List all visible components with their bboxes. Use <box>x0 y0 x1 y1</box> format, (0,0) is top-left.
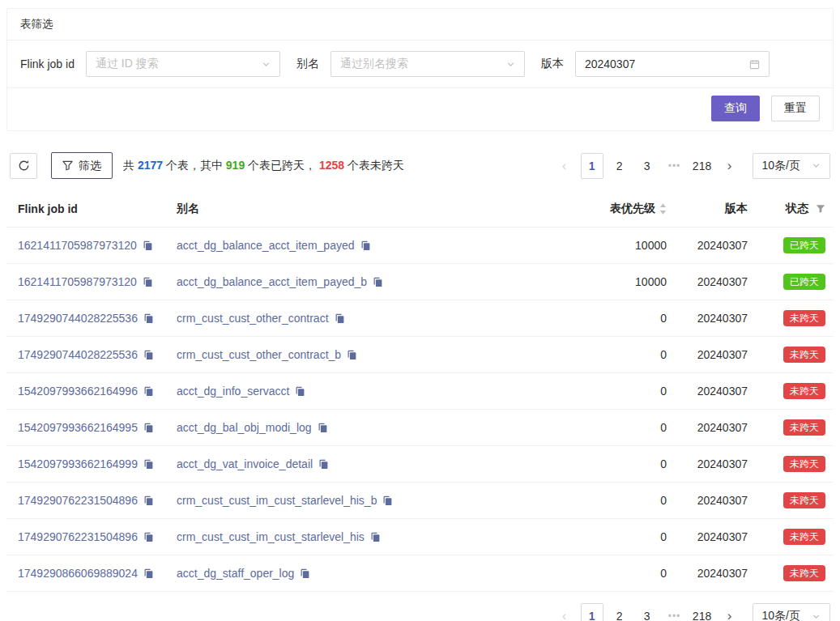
version-date-input[interactable]: 20240307 <box>575 51 770 77</box>
copy-icon[interactable] <box>360 240 371 251</box>
version-cell: 20240307 <box>697 421 748 434</box>
job-id-link[interactable]: 1749290762231504896 <box>18 494 138 507</box>
copy-icon[interactable] <box>382 496 393 506</box>
page-button-2[interactable]: 2 <box>608 153 631 179</box>
chevron-down-icon <box>506 60 515 69</box>
page-button-2[interactable]: 2 <box>608 603 631 621</box>
job-id-cell: 1749290744028225536 <box>18 348 177 361</box>
toolbar: 筛选 共 2177 个表，其中 919 个表已跨天， 1258 个表未跨天 ‹1… <box>6 152 834 179</box>
alias-link[interactable]: crm_cust_cust_im_cust_starlevel_his <box>177 530 365 543</box>
copy-icon[interactable] <box>143 240 153 251</box>
query-button[interactable]: 查询 <box>711 96 760 121</box>
alias-field-label: 别名 <box>296 57 319 71</box>
alias-link[interactable]: acct_dg_balance_acct_item_payed <box>177 239 355 252</box>
copy-icon[interactable] <box>143 459 154 470</box>
chevron-down-icon <box>812 161 821 170</box>
sort-icon[interactable] <box>659 203 667 215</box>
copy-icon[interactable] <box>300 568 310 579</box>
page-size-select[interactable]: 10条/页 <box>753 153 830 179</box>
pagination-ellipsis[interactable]: ••• <box>663 153 686 179</box>
alias-cell: crm_cust_cust_other_contract <box>177 312 560 325</box>
copy-icon[interactable] <box>143 496 154 506</box>
copy-icon[interactable] <box>370 532 381 542</box>
copy-icon[interactable] <box>295 386 305 397</box>
job-id-link[interactable]: 1542097993662164999 <box>18 457 138 470</box>
prev-page-button[interactable]: ‹ <box>553 153 576 179</box>
copy-icon[interactable] <box>143 386 154 397</box>
pagination-ellipsis[interactable]: ••• <box>663 603 686 621</box>
alias-link[interactable]: acct_dg_balance_acct_item_payed_b <box>177 275 367 288</box>
status-badge: 已跨天 <box>783 274 825 290</box>
table-row: 1542097993662164996 acct_dg_info_servacc… <box>6 373 834 410</box>
page-button-1[interactable]: 1 <box>581 603 603 621</box>
job-id-select[interactable]: 通过 ID 搜索 <box>86 51 280 77</box>
page-button-218[interactable]: 218 <box>691 603 714 621</box>
job-id-cell: 1621411705987973120 <box>18 275 177 288</box>
status-badge: 已跨天 <box>783 237 825 253</box>
next-page-button[interactable]: › <box>718 603 741 621</box>
reset-button[interactable]: 重置 <box>771 96 820 121</box>
field-alias: 别名 通过别名搜索 <box>296 51 525 77</box>
alias-link[interactable]: crm_cust_cust_other_contract_b <box>177 348 341 361</box>
alias-cell: acct_dg_balance_acct_item_payed <box>177 239 560 252</box>
alias-cell: crm_cust_cust_im_cust_starlevel_his_b <box>177 494 560 507</box>
pagination-bottom: ‹123•••218›10条/页 <box>548 603 830 621</box>
column-header-alias[interactable]: 别名 <box>177 202 560 216</box>
copy-icon[interactable] <box>143 532 154 542</box>
priority-cell: 0 <box>660 457 667 470</box>
alias-link[interactable]: acct_dg_info_servacct <box>177 385 289 398</box>
alias-link[interactable]: acct_dg_vat_invoice_detail <box>177 457 313 470</box>
page-button-1[interactable]: 1 <box>581 153 603 179</box>
job-id-link[interactable]: 1749290744028225536 <box>18 312 138 325</box>
copy-icon[interactable] <box>373 277 383 287</box>
page-size-select[interactable]: 10条/页 <box>753 603 830 621</box>
copy-icon[interactable] <box>143 277 153 287</box>
copy-icon[interactable] <box>335 313 345 324</box>
column-header-status[interactable]: 状态 <box>786 202 825 216</box>
status-cell: 未跨天 <box>783 347 825 363</box>
status-badge: 未跨天 <box>783 456 825 472</box>
calendar-icon <box>749 59 760 70</box>
job-id-link[interactable]: 1749290744028225536 <box>18 348 138 361</box>
job-id-cell: 1749290744028225536 <box>18 312 177 325</box>
copy-icon[interactable] <box>143 313 154 324</box>
summary-suffix: 个表未跨天 <box>344 159 404 172</box>
column-header-priority[interactable]: 表优先级 <box>610 202 667 216</box>
alias-cell: crm_cust_cust_other_contract_b <box>177 348 560 361</box>
column-filter-icon[interactable] <box>816 204 825 214</box>
status-cell: 未跨天 <box>783 383 825 399</box>
job-id-link[interactable]: 1749290762231504896 <box>18 530 138 543</box>
refresh-button[interactable] <box>10 153 37 179</box>
table-row: 1749290762231504896 crm_cust_cust_im_cus… <box>6 519 834 555</box>
table-row: 1542097993662164995 acct_dg_bal_obj_modi… <box>6 410 834 446</box>
table-row: 1749290744028225536 crm_cust_cust_other_… <box>6 300 834 337</box>
copy-icon[interactable] <box>318 459 329 470</box>
page-button-218[interactable]: 218 <box>691 153 714 179</box>
copy-icon[interactable] <box>143 568 154 579</box>
job-id-link[interactable]: 1749290866069889024 <box>18 567 138 580</box>
alias-link[interactable]: acct_dg_bal_obj_modi_log <box>177 421 312 434</box>
alias-select[interactable]: 通过别名搜索 <box>330 51 525 77</box>
copy-icon[interactable] <box>318 423 328 433</box>
table-row: 1621411705987973120 acct_dg_balance_acct… <box>6 228 834 264</box>
job-id-link[interactable]: 1621411705987973120 <box>18 239 137 252</box>
prev-page-button[interactable]: ‹ <box>553 603 576 621</box>
next-page-button[interactable]: › <box>718 153 741 179</box>
alias-link[interactable]: crm_cust_cust_other_contract <box>177 312 329 325</box>
page-button-3[interactable]: 3 <box>636 153 659 179</box>
status-cell: 已跨天 <box>783 237 825 253</box>
copy-icon[interactable] <box>143 423 154 433</box>
alias-link[interactable]: crm_cust_cust_im_cust_starlevel_his_b <box>177 494 377 507</box>
status-badge: 未跨天 <box>783 419 825 436</box>
job-id-link[interactable]: 1621411705987973120 <box>18 275 137 288</box>
copy-icon[interactable] <box>347 350 357 360</box>
copy-icon[interactable] <box>143 350 154 360</box>
column-header-version[interactable]: 版本 <box>725 202 748 216</box>
priority-cell: 0 <box>660 385 667 398</box>
job-id-link[interactable]: 1542097993662164995 <box>18 421 138 434</box>
column-header-job-id[interactable]: Flink job id <box>18 202 177 215</box>
filter-toggle-button[interactable]: 筛选 <box>51 152 113 179</box>
alias-link[interactable]: acct_dg_staff_oper_log <box>177 567 294 580</box>
page-button-3[interactable]: 3 <box>636 603 659 621</box>
job-id-link[interactable]: 1542097993662164996 <box>18 385 138 398</box>
